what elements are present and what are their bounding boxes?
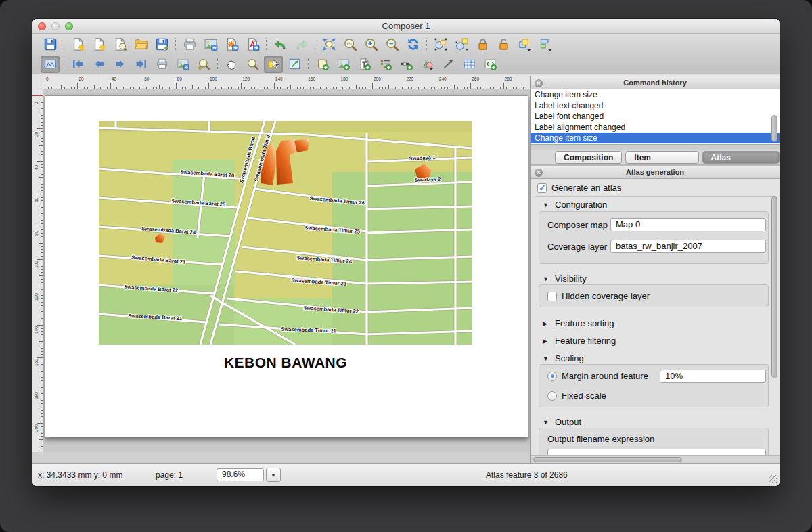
export-pdf-icon[interactable] xyxy=(243,35,262,53)
scaling-label: Scaling xyxy=(555,353,584,363)
export-image-icon[interactable] xyxy=(201,35,220,53)
tab-item-properties[interactable]: Item Properties xyxy=(625,151,698,164)
composition-page: Swasembada Barat 26Swasembada Barat 25Sw… xyxy=(45,95,528,437)
map-label-item[interactable]: KEBON BAWANG xyxy=(224,355,347,371)
zoom-out-icon[interactable] xyxy=(382,35,401,53)
add-table-icon[interactable] xyxy=(459,56,478,73)
add-image-icon[interactable] xyxy=(334,56,353,73)
last-feature-icon[interactable] xyxy=(131,56,150,73)
atlas-panel-body: Generate an atlas ▼ Configuration Compos… xyxy=(531,179,780,455)
pan-icon[interactable] xyxy=(222,56,241,73)
history-item[interactable]: Change item size xyxy=(531,89,780,100)
add-legend-icon[interactable] xyxy=(376,56,394,73)
previous-feature-icon[interactable] xyxy=(89,56,108,73)
next-feature-icon[interactable] xyxy=(110,56,129,73)
output-label: Output xyxy=(555,417,581,427)
output-filename-field[interactable] xyxy=(547,449,766,455)
composer-map-combobox[interactable]: Map 0 xyxy=(610,218,766,231)
atlas-settings-icon[interactable] xyxy=(194,56,213,73)
unlock-items-icon[interactable] xyxy=(494,35,513,53)
move-content-icon[interactable] xyxy=(285,56,304,73)
history-item[interactable]: Label text changed xyxy=(531,100,780,111)
group-items-icon[interactable] xyxy=(431,35,450,53)
tab-atlas-generation[interactable]: Atlas generation xyxy=(702,151,780,164)
redo-icon[interactable] xyxy=(292,35,311,53)
select-item-icon[interactable] xyxy=(264,56,283,73)
section-output[interactable]: ▼ Output xyxy=(543,417,581,427)
print-atlas-icon[interactable] xyxy=(152,56,171,73)
hidden-coverage-checkbox[interactable] xyxy=(547,292,557,301)
align-items-icon[interactable] xyxy=(536,35,555,53)
toolbar-separator xyxy=(426,38,427,50)
atlas-panel-header: ✕ Atlas generation xyxy=(531,165,780,179)
print-icon[interactable] xyxy=(180,35,199,53)
history-item[interactable]: Label alignment changed xyxy=(531,122,780,133)
atlas-preview-icon[interactable] xyxy=(41,56,60,73)
coverage-layer-combobox[interactable]: batas_rw_banjir_2007 xyxy=(610,240,766,253)
atlas-panel-title: Atlas generation xyxy=(531,168,780,176)
composition-viewport[interactable]: Swasembada Barat 26Swasembada Barat 25Sw… xyxy=(43,89,530,452)
composer-manager-icon[interactable] xyxy=(110,35,129,53)
zoom-one-to-one-icon[interactable]: 1:1 xyxy=(340,35,359,53)
margin-radio[interactable] xyxy=(547,372,557,381)
composer-map-label: Composer map xyxy=(547,220,608,230)
section-feature-sorting[interactable]: ▶ Feature sorting xyxy=(543,318,614,328)
toolbar-separator xyxy=(175,38,176,50)
atlas-panel-scrollbar-thumb[interactable] xyxy=(771,196,777,378)
atlas-panel-hscroll-thumb[interactable] xyxy=(533,457,682,462)
add-map-icon[interactable] xyxy=(313,56,332,73)
collapse-triangle-icon: ▼ xyxy=(543,419,549,426)
add-arrow-icon[interactable] xyxy=(438,56,457,73)
add-scalebar-icon[interactable] xyxy=(397,56,415,73)
add-label-icon[interactable] xyxy=(355,56,374,73)
svg-text:1:1: 1:1 xyxy=(346,41,352,45)
zoom-in-icon[interactable] xyxy=(361,35,380,53)
undo-icon[interactable] xyxy=(271,35,290,53)
history-scrollbar-thumb[interactable] xyxy=(771,115,777,142)
vertical-ruler: 020406080100120140160180200 xyxy=(32,89,43,452)
open-icon[interactable] xyxy=(131,35,150,53)
section-configuration[interactable]: ▼ Configuration xyxy=(543,200,607,210)
street-label: Swadaya 2 xyxy=(414,176,441,183)
save-icon[interactable] xyxy=(41,35,60,53)
atlas-panel-horizontal-scrollbar[interactable] xyxy=(531,455,780,463)
canvas-area: 020406080100120140160180200220240260280 … xyxy=(32,76,530,463)
zoom-full-icon[interactable] xyxy=(319,35,338,53)
export-svg-icon[interactable] xyxy=(222,35,241,53)
lock-items-icon[interactable] xyxy=(473,35,492,53)
history-item[interactable]: Change item size xyxy=(531,133,780,143)
export-atlas-icon[interactable] xyxy=(173,56,192,73)
add-html-icon[interactable] xyxy=(480,56,499,73)
toolbar-separator xyxy=(266,38,267,50)
window-resize-grip[interactable] xyxy=(769,475,777,484)
raise-items-icon[interactable] xyxy=(515,35,534,53)
section-scaling[interactable]: ▼ Scaling xyxy=(543,353,584,363)
section-feature-filtering[interactable]: ▶ Feature filtering xyxy=(543,336,616,346)
hidden-coverage-row: Hidden coverage layer xyxy=(547,291,650,301)
toolbar-separator xyxy=(64,38,64,50)
refresh-icon[interactable] xyxy=(403,35,422,53)
configuration-groupbox: Composer map Map 0 Coverage layer batas_… xyxy=(539,211,769,264)
new-composition-icon[interactable] xyxy=(68,35,87,53)
add-shape-icon[interactable] xyxy=(418,56,436,73)
fixed-scale-radio[interactable] xyxy=(547,391,557,401)
history-item[interactable]: Label font changed xyxy=(531,111,780,122)
dock-splitter[interactable] xyxy=(531,145,780,150)
fixed-scale-label: Fixed scale xyxy=(562,391,606,401)
generate-atlas-checkbox[interactable] xyxy=(537,183,547,193)
margin-value-field[interactable]: 10% xyxy=(660,370,766,383)
panel-tabbar: CompositionItem PropertiesAtlas generati… xyxy=(531,150,780,165)
atlas-item-toolbar xyxy=(32,54,780,74)
window-title: Composer 1 xyxy=(32,21,780,31)
zoom-level-combobox[interactable]: 98.6% xyxy=(217,468,264,481)
zoom-tool-icon[interactable] xyxy=(243,56,262,73)
zoom-dropdown-button[interactable]: ▼ xyxy=(266,468,281,482)
duplicate-composition-icon[interactable] xyxy=(89,35,108,53)
first-feature-icon[interactable] xyxy=(68,56,87,73)
save-as-icon[interactable] xyxy=(152,35,171,53)
margin-label: Margin around feature xyxy=(562,371,648,381)
map-item[interactable]: Swasembada Barat 26Swasembada Barat 25Sw… xyxy=(99,121,472,345)
section-visibility[interactable]: ▼ Visibility xyxy=(543,273,587,284)
tab-composition[interactable]: Composition xyxy=(555,151,622,164)
ungroup-items-icon[interactable] xyxy=(452,35,471,53)
